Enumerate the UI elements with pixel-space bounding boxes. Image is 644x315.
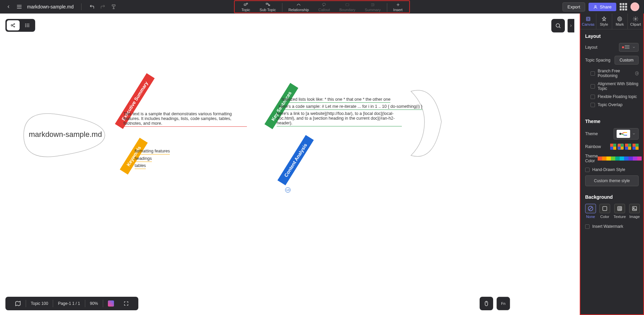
status-bar: Topic 100 Page-1 1 / 1 90% <box>5 297 138 310</box>
custom-theme-button[interactable]: Custom theme style <box>585 175 639 186</box>
svg-rect-33 <box>587 18 589 20</box>
content-analysis-badge[interactable]: 13 <box>285 187 291 193</box>
topic-overlap-checkbox[interactable]: Topic Overlap <box>591 102 639 107</box>
rainbow-opt-4[interactable] <box>632 144 639 150</box>
help-icon[interactable]: ? <box>635 71 639 75</box>
tool-insert-label: Insert <box>393 8 403 12</box>
tool-boundary: Boundary <box>335 2 360 12</box>
bg-none[interactable]: None <box>585 204 596 219</box>
theme-section-title: Theme <box>585 119 639 124</box>
handdrawn-checkbox[interactable]: Hand-Drawn Style <box>585 167 639 172</box>
zoom-level[interactable]: 90% <box>85 301 103 306</box>
apps-icon[interactable] <box>620 3 627 10</box>
layout-dropdown[interactable] <box>619 43 639 52</box>
sentence-1[interactable]: Itemized lists look like: * this one * t… <box>281 97 390 103</box>
map-overview-button[interactable] <box>10 300 26 307</box>
sentence-2[interactable]: Here's a code sample: # Let me re-iterat… <box>279 104 422 110</box>
keyword-2[interactable]: headings <box>135 156 152 162</box>
search-button[interactable] <box>551 19 565 32</box>
redo-icon[interactable] <box>100 4 106 10</box>
fullscreen-button[interactable] <box>119 301 134 306</box>
tool-topic[interactable]: Topic <box>237 2 255 12</box>
bg-texture[interactable]: Texture <box>614 204 626 219</box>
theme-dropdown[interactable] <box>614 128 639 140</box>
svg-rect-3 <box>112 5 115 6</box>
tool-insert[interactable]: Insert <box>389 2 408 12</box>
svg-line-43 <box>589 207 593 211</box>
svg-rect-50 <box>632 207 637 211</box>
theme-label: Theme <box>585 131 598 136</box>
rainbow-label: Rainbow <box>585 144 601 149</box>
tool-topic-label: Topic <box>242 8 250 12</box>
menu-icon[interactable] <box>16 4 22 10</box>
rainbow-opt-3[interactable] <box>625 144 631 150</box>
topic-spacing-label: Topic Spacing <box>585 58 611 63</box>
tool-summary-label: Summary <box>365 8 381 12</box>
bg-color[interactable]: Color <box>599 204 610 219</box>
tool-relationship-label: Relationship <box>289 8 309 12</box>
theme-color-strip[interactable] <box>598 156 642 161</box>
mindmap-view-button[interactable] <box>7 20 20 30</box>
tool-subtopic[interactable]: Sub Topic <box>255 2 281 12</box>
keyword-1[interactable]: formatting features <box>135 149 170 154</box>
bg-image[interactable]: Image <box>629 204 640 219</box>
panel-collapse-button[interactable] <box>568 19 574 32</box>
undo-icon[interactable] <box>89 4 95 10</box>
tab-mark[interactable]: Mark <box>612 14 628 29</box>
fn-button[interactable]: Fn <box>497 297 510 310</box>
format-panel: Canvas Style Mark Clipart Layout Layout … <box>580 14 644 315</box>
share-button[interactable]: Share <box>589 3 616 11</box>
root-topic[interactable]: markdown-sample.md <box>29 130 102 139</box>
branch-free-checkbox[interactable]: Branch Free Positioning? <box>591 69 639 78</box>
rainbow-swatches <box>610 144 639 150</box>
svg-rect-16 <box>11 25 13 26</box>
watermark-checkbox[interactable]: Insert Watermark <box>585 224 639 229</box>
export-button[interactable]: Export <box>562 2 585 11</box>
svg-rect-5 <box>246 3 248 4</box>
svg-point-26 <box>25 26 26 27</box>
keyword-3[interactable]: tables <box>135 163 146 169</box>
svg-point-24 <box>25 24 26 24</box>
mouse-mode-button[interactable] <box>480 297 493 310</box>
theme-color-label: Theme Color <box>585 154 598 163</box>
layout-section-title: Layout <box>585 33 639 39</box>
tool-relationship[interactable]: Relationship <box>284 2 314 12</box>
flex-float-checkbox[interactable]: Flexible Floating topic <box>591 94 639 99</box>
svg-marker-29 <box>16 301 20 306</box>
back-icon[interactable] <box>5 4 12 10</box>
tab-style[interactable]: Style <box>596 14 612 29</box>
tab-clipart[interactable]: Clipart <box>628 14 643 29</box>
svg-rect-7 <box>269 5 270 6</box>
rainbow-opt-1[interactable] <box>610 144 616 150</box>
view-toggle <box>5 19 35 32</box>
format-painter-icon[interactable] <box>111 4 117 10</box>
exec-summary-text[interactable]: This text is a sample that demonstrates … <box>123 112 247 127</box>
sentence-3[interactable]: Here's a link to [a website](http://foo.… <box>277 111 402 126</box>
avatar[interactable] <box>630 2 639 11</box>
filename-label: markdown-sample.md <box>27 4 74 9</box>
insert-toolbar: Topic Sub Topic Relationship Callout Bou… <box>234 0 410 13</box>
canvas[interactable]: markdown-sample.md Executive Summary Thi… <box>0 14 580 315</box>
svg-rect-45 <box>618 207 622 211</box>
svg-point-37 <box>619 133 621 135</box>
branch-content-analysis[interactable]: Content Analysis <box>277 135 314 186</box>
app-logo-icon[interactable] <box>103 300 119 307</box>
svg-rect-9 <box>346 4 349 6</box>
align-sibling-checkbox[interactable]: Alignment With Sibling Topic <box>591 81 639 91</box>
tab-canvas[interactable]: Canvas <box>580 14 596 29</box>
rainbow-opt-2[interactable] <box>618 144 624 150</box>
tool-boundary-label: Boundary <box>339 8 355 12</box>
spacing-custom-button[interactable]: Custom <box>615 56 639 65</box>
svg-point-19 <box>14 24 15 25</box>
tool-subtopic-label: Sub Topic <box>260 8 276 12</box>
svg-rect-32 <box>586 17 590 21</box>
svg-rect-6 <box>266 3 268 4</box>
page-info[interactable]: Page-1 1 / 1 <box>53 301 85 306</box>
tool-callout-label: Callout <box>318 8 330 12</box>
svg-point-34 <box>618 17 622 21</box>
top-toolbar: markdown-sample.md Topic Sub Topic Relat… <box>0 0 644 14</box>
outline-view-button[interactable] <box>21 20 34 30</box>
svg-line-28 <box>559 27 560 28</box>
tool-summary: Summary <box>360 2 386 12</box>
svg-line-39 <box>621 134 624 135</box>
